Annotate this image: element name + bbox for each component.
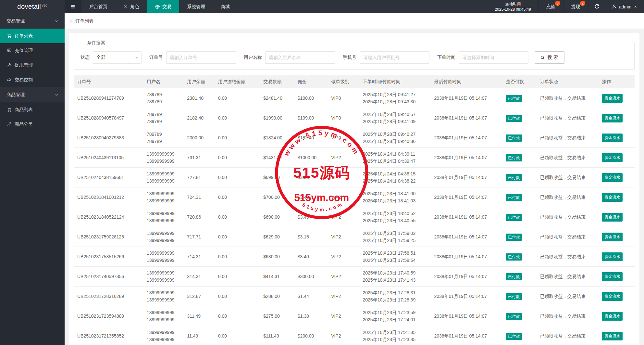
trade-amount-cell: $1824.00 <box>260 128 294 148</box>
last-pay-time-cell: 2038年01月19日 05:14:07 <box>431 128 502 148</box>
fund-flow-button[interactable]: 资金流水 <box>602 153 623 162</box>
fund-flow-button[interactable]: 资金流水 <box>602 312 623 321</box>
order-no-cell: UB2510280941274709 <box>74 88 143 108</box>
action-cell: 资金流水 <box>599 247 635 267</box>
level-cell: VIP2 <box>328 306 359 326</box>
paid-cell: 已付款 <box>502 247 537 267</box>
withdraw-label: 提现 <box>571 4 580 10</box>
sidebar-item[interactable]: 提现管理 <box>0 58 65 72</box>
last-pay-time-cell: 2038年01月19日 05:14:07 <box>431 148 502 168</box>
sidebar-group-header[interactable]: 商品管理 <box>0 87 65 102</box>
order-status-cell: 已领取收益，交易结束 <box>537 128 599 148</box>
order-no-input[interactable] <box>166 51 236 64</box>
commission-cell: $3.15 <box>294 227 328 247</box>
sidebar-item[interactable]: 交易控制 <box>0 72 65 87</box>
username-cell: 789789789789 <box>143 88 184 108</box>
order-no-cell: UB2510231721355852 <box>74 326 143 345</box>
user-name-input[interactable] <box>265 51 335 64</box>
paid-cell: 已付款 <box>502 227 537 247</box>
balance-cell: 724.31 <box>184 187 215 207</box>
order-no-cell: UB2510240439113105 <box>74 148 143 168</box>
fund-flow-button[interactable]: 资金流水 <box>602 292 623 301</box>
fund-flow-button[interactable]: 资金流水 <box>602 94 623 103</box>
menu-toggle-button[interactable] <box>65 0 81 13</box>
sidebar-item[interactable]: 订单列表 <box>0 29 65 43</box>
paid-cell: 已付款 <box>502 187 537 207</box>
order-status-cell: 已领取收益，交易结束 <box>537 227 599 247</box>
gauge-icon <box>7 77 12 82</box>
fund-flow-button[interactable]: 资金流水 <box>602 332 623 340</box>
table-body: UB25102809412747097897897897892381.400.0… <box>74 88 635 345</box>
refresh-button[interactable] <box>588 0 605 13</box>
paid-badge: 已付款 <box>506 115 522 122</box>
top-nav-item[interactable]: 商城 <box>213 0 238 13</box>
paid-cell: 已付款 <box>502 168 537 187</box>
level-cell: VIP2 <box>328 247 359 267</box>
frozen-amount-cell: 0.00 <box>215 267 260 287</box>
search-panel-legend: 条件搜索 <box>84 40 108 46</box>
order-time-input[interactable] <box>459 51 528 64</box>
cart-icon <box>7 107 12 112</box>
column-header: 是否付款 <box>502 75 537 88</box>
trade-amount-cell: $414.31 <box>260 267 294 287</box>
paid-badge: 已付款 <box>506 134 522 142</box>
fund-flow-button[interactable]: 资金流水 <box>602 173 623 182</box>
withdraw-shortcut[interactable]: 提现 2 <box>563 0 588 13</box>
last-pay-time-cell: 2038年01月19日 05:14:07 <box>431 267 502 287</box>
sidebar-item[interactable]: 商品列表 <box>0 102 65 117</box>
withdraw-badge: 2 <box>580 1 585 6</box>
top-nav-item[interactable]: 交易 <box>147 0 179 13</box>
order-no-cell: UB2510231841001212 <box>74 187 143 207</box>
paid-cell: 已付款 <box>502 148 537 168</box>
username-cell: 1399999999913999999999 <box>143 306 184 326</box>
status-select[interactable]: 全部 <box>93 51 142 64</box>
fund-flow-button[interactable]: 资金流水 <box>602 114 623 122</box>
search-button-label: 搜索 <box>548 55 559 60</box>
frozen-amount-cell: 0.00 <box>215 247 260 267</box>
user-menu[interactable]: admin <box>605 0 644 13</box>
trade-amount-cell: $111.49 <box>260 326 294 345</box>
order-pay-time-cell: 2025年10月23日 18:41:002025年10月23日 18:41:03 <box>360 187 431 207</box>
balance-cell: 2000.00 <box>184 128 215 148</box>
sidebar-group-header[interactable]: 交易管理 <box>0 13 65 29</box>
fund-flow-button[interactable]: 资金流水 <box>602 272 623 281</box>
top-nav-item[interactable]: 后台首页 <box>81 0 115 13</box>
phone-label: 手机号 <box>343 55 356 60</box>
scales-icon <box>155 4 160 9</box>
sidebar-item[interactable]: 充值管理 <box>0 43 65 58</box>
table-header-row: 订单号用户名用户余额用户冻结金额交易数额佣金做单级别下单时间/付款时间最后付款时… <box>74 75 635 88</box>
last-pay-time-cell: 2038年01月19日 05:14:07 <box>431 247 502 267</box>
commission-cell: $1.38 <box>294 306 328 326</box>
fund-flow-button[interactable]: 资金流水 <box>602 213 623 222</box>
top-nav-item-label: 角色 <box>130 4 139 10</box>
table-row: UB25102317213558521399999999913999999999… <box>74 326 635 345</box>
fund-flow-button[interactable]: 资金流水 <box>602 233 623 241</box>
phone-input[interactable] <box>360 51 429 64</box>
recharge-shortcut[interactable]: 充值 6 <box>538 0 563 13</box>
local-time: 当地时间 2025-10-28 09:45:49 <box>488 0 538 13</box>
action-cell: 资金流水 <box>599 148 635 168</box>
level-cell: VIP2 <box>328 287 359 306</box>
username-cell: 1399999999913999999999 <box>143 207 184 227</box>
level-cell: VIP0 <box>328 108 359 128</box>
fund-flow-button[interactable]: 资金流水 <box>602 193 623 202</box>
order-status-cell: 已领取收益，交易结束 <box>537 108 599 128</box>
top-nav-item[interactable]: 角色 <box>115 0 147 13</box>
fund-flow-button[interactable]: 资金流水 <box>602 252 623 261</box>
top-nav-item[interactable]: 系统管理 <box>179 0 213 13</box>
search-button[interactable]: 搜索 <box>535 51 564 64</box>
last-pay-time-cell: 2038年01月19日 05:14:07 <box>431 88 502 108</box>
frozen-amount-cell: 0.00 <box>215 128 260 148</box>
refresh-icon <box>594 4 600 9</box>
balance-cell: 714.31 <box>184 247 215 267</box>
table-row: UB25102318405221241399999999913999999999… <box>74 207 635 227</box>
username-cell: 1399999999913999999999 <box>143 326 184 345</box>
level-cell: VIP2 <box>328 267 359 287</box>
fund-flow-button[interactable]: 资金流水 <box>602 134 623 142</box>
message-icon <box>7 48 12 53</box>
trade-amount-cell: $680.00 <box>260 247 294 267</box>
commission-cell: $182.40 <box>294 128 328 148</box>
sidebar-item[interactable]: 商品分类 <box>0 117 65 132</box>
balance-cell: 311.49 <box>184 306 215 326</box>
balance-cell: 11.49 <box>184 326 215 345</box>
